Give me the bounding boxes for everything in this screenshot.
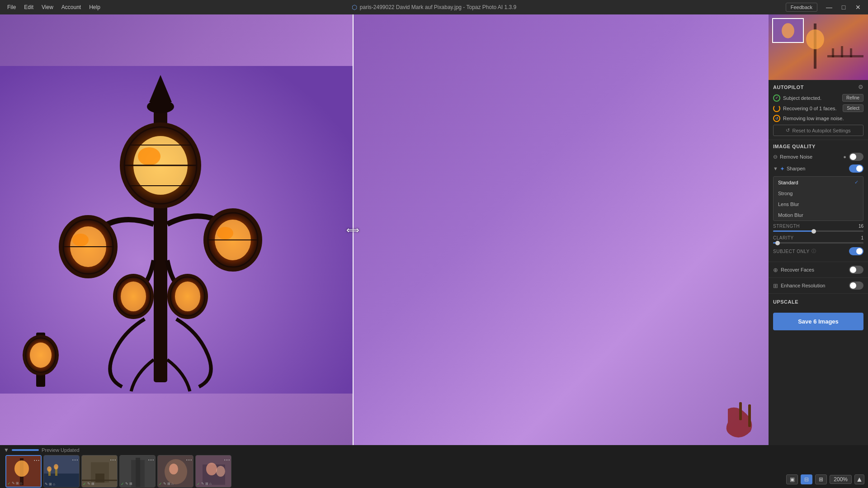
mini-preview-viewport[interactable]: [772, 18, 804, 43]
chevron-down-icon[interactable]: ▼: [4, 447, 9, 453]
remove-noise-row: ⊖ Remove Noise ●: [773, 153, 863, 161]
thumbnail-1-more-icon[interactable]: ⋯: [33, 457, 40, 464]
autopilot-gear-icon[interactable]: ⚙: [858, 84, 863, 90]
svg-point-69: [206, 463, 217, 475]
side-by-side-button[interactable]: ⊞: [815, 474, 827, 484]
tag5-icon: ⌂: [171, 482, 174, 486]
strength-slider-row: STRENGTH 16: [773, 224, 863, 232]
sharpen-option-lens-blur[interactable]: Lens Blur: [774, 199, 863, 210]
close-button[interactable]: ✕: [852, 1, 864, 14]
svg-point-21: [217, 227, 233, 239]
standard-check-icon: ✓: [854, 179, 859, 185]
edit6-icon: ✎: [201, 482, 204, 486]
titlebar: File Edit View Account Help ⬡ paris-2499…: [0, 0, 868, 14]
single-view-button[interactable]: ▣: [786, 474, 798, 484]
preview-progress-bar: [12, 449, 39, 451]
select-button[interactable]: Select: [843, 104, 863, 112]
mini-preview: [769, 14, 868, 80]
sharpen-toggle[interactable]: [849, 164, 863, 173]
thumbnail-5-overlay: ✓ ✎ ⊞ ⌂: [159, 482, 192, 486]
canvas-right: [353, 14, 769, 445]
split-handle[interactable]: ⟺: [345, 223, 360, 237]
reset-autopilot-button[interactable]: ↺ Reset to Autopilot Settings: [773, 125, 863, 136]
menu-view[interactable]: View: [38, 2, 57, 12]
layers3-icon: ⊞: [91, 482, 94, 486]
sharpen-option-strong[interactable]: Strong: [774, 188, 863, 199]
menu-help[interactable]: Help: [85, 2, 104, 12]
autopilot-noise-row: ↺ Removing low image noise.: [773, 115, 863, 122]
svg-point-30: [175, 282, 200, 311]
strength-slider-thumb[interactable]: [811, 229, 816, 234]
svg-point-50: [14, 460, 29, 477]
menu-account[interactable]: Account: [58, 2, 85, 12]
zoom-up-button[interactable]: ▲: [854, 474, 864, 484]
sharpen-collapse-icon[interactable]: ▼: [773, 166, 778, 171]
clarity-slider-thumb[interactable]: [775, 241, 780, 245]
preview-status-text: Preview Updated: [42, 447, 80, 453]
svg-point-55: [47, 466, 52, 472]
tag-icon: ⌂: [20, 481, 22, 485]
feedback-button[interactable]: Feedback: [786, 3, 817, 12]
canvas-area[interactable]: ⟺: [0, 14, 769, 445]
subject-only-toggle[interactable]: [849, 247, 863, 255]
layers5-icon: ⊞: [167, 482, 170, 486]
thumbnail-2[interactable]: ⋯ ✎ ⊞ ⌂: [43, 455, 80, 488]
window-controls: Feedback — □ ✕: [786, 1, 864, 14]
sharpen-option-standard[interactable]: Standard ✓: [774, 177, 863, 188]
layers2-icon: ⊞: [49, 482, 52, 486]
title-text: paris-2499022 David Mark auf Pixabay.jpg…: [360, 4, 516, 10]
sharpen-row: ▼ ✦ Sharpen: [773, 164, 863, 173]
thumbnail-4-more-icon[interactable]: ⋯: [148, 456, 154, 464]
preview-status: ▼ Preview Updated: [4, 447, 80, 453]
thumbnail-5[interactable]: ⋯ ✓ ✎ ⊞ ⌂: [157, 455, 193, 488]
edit5-icon: ✎: [163, 482, 166, 486]
menu-edit[interactable]: Edit: [20, 2, 37, 12]
autopilot-header: AUTOPILOT ⚙: [773, 84, 863, 90]
upscale-section: UPSCALE: [769, 294, 868, 309]
svg-point-26: [121, 282, 146, 311]
thumbnail-1-overlay: ✓ ✎ ⊞ ⌂: [7, 481, 40, 486]
app-icon: ⬡: [352, 4, 357, 11]
minimize-button[interactable]: —: [823, 1, 835, 14]
edit-icon: ✎: [12, 481, 15, 485]
menu-bar: File Edit View Account Help: [4, 2, 104, 12]
menu-file[interactable]: File: [4, 2, 19, 12]
thumbnail-5-more-icon[interactable]: ⋯: [186, 456, 192, 464]
thumbnail-1[interactable]: ⋯ ✓ ✎ ⊞ ⌂: [5, 455, 42, 488]
save-button[interactable]: Save 6 Images: [773, 313, 863, 330]
svg-point-15: [72, 234, 89, 246]
svg-point-56: [54, 464, 58, 469]
thumbnail-6-more-icon[interactable]: ⋯: [224, 456, 230, 464]
recovering-faces-icon: [773, 105, 780, 112]
maximize-button[interactable]: □: [837, 1, 850, 14]
thumbnail-3[interactable]: ⋯ ✓ ✎ ⊞: [81, 455, 118, 488]
sharpen-option-motion-blur[interactable]: Motion Blur: [774, 210, 863, 221]
clarity-slider-track[interactable]: [773, 242, 863, 244]
image-quality-title: IMAGE QUALITY: [773, 144, 816, 149]
svg-rect-38: [739, 402, 742, 420]
remove-noise-toggle[interactable]: [849, 153, 863, 161]
edit4-icon: ✎: [125, 482, 128, 486]
enhance-resolution-toggle[interactable]: [849, 282, 863, 290]
recover-faces-icon: ⊕: [773, 267, 778, 273]
refine-button[interactable]: Refine: [842, 94, 863, 102]
svg-point-35: [30, 343, 52, 368]
autopilot-title: AUTOPILOT: [773, 84, 804, 90]
layers-icon: ⊞: [16, 481, 19, 485]
recover-faces-toggle[interactable]: [849, 266, 863, 274]
strength-slider-track[interactable]: [773, 230, 863, 232]
subject-only-label: SUBJECT ONLY ⓘ: [773, 248, 816, 254]
zoom-level-display: 200%: [830, 475, 852, 484]
remove-noise-icon: ⊖: [773, 154, 778, 160]
sharpen-options-dropdown: Standard ✓ Strong Lens Blur Motion Blur: [773, 176, 863, 221]
enhance-resolution-icon: ⊞: [773, 282, 778, 289]
split-view-button[interactable]: ⊟: [801, 474, 812, 484]
removing-noise-label: ↺ Removing low image noise.: [773, 115, 844, 122]
thumbnail-6[interactable]: ⋯ ✓ ✎ ⊞ ⌂: [195, 455, 231, 488]
thumbnail-2-more-icon[interactable]: ⋯: [72, 456, 78, 464]
check5-icon: ✓: [159, 482, 162, 486]
svg-point-7: [138, 147, 160, 165]
thumbnail-3-more-icon[interactable]: ⋯: [110, 456, 116, 464]
strength-slider-fill: [773, 230, 814, 232]
thumbnail-4[interactable]: ⋯ ✓ ✎ ⊞: [119, 455, 156, 488]
